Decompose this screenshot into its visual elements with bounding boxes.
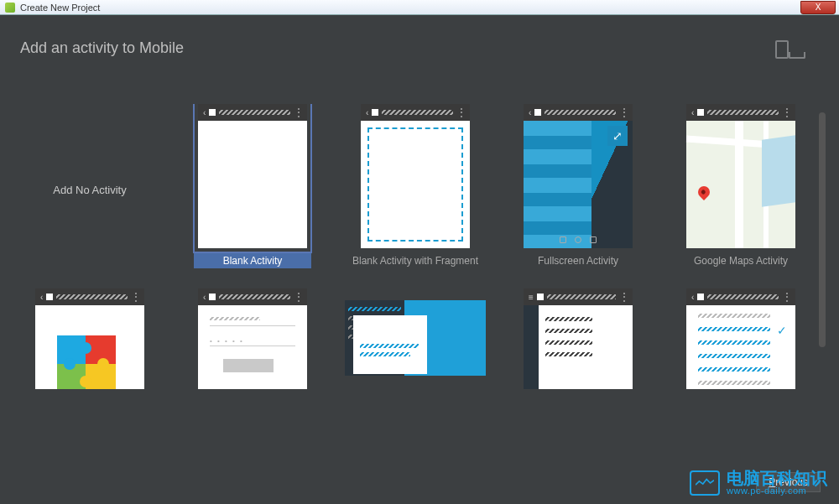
activity-master-detail[interactable] (340, 288, 491, 389)
form-factor-icon (774, 37, 810, 59)
activity-google-maps[interactable]: ‹⋮ Google Maps Activity (665, 104, 809, 272)
activity-grid: Add No Activity ‹⋮ Blank Activity ‹⋮ Bla… (22, 104, 809, 465)
activity-play-services[interactable]: ‹⋮ (22, 288, 165, 389)
svg-point-7 (64, 358, 76, 370)
window-title: Create New Project (20, 3, 100, 13)
watermark: 电脑百科知识 www.pc-daily.com (683, 466, 834, 499)
puzzle-icon (57, 335, 116, 389)
activity-blank-fragment[interactable]: ‹⋮ Blank Activity with Fragment (340, 104, 491, 272)
activity-login[interactable]: ‹⋮ • • • • • (177, 288, 328, 389)
activity-navigation-drawer[interactable]: ≡⋮ (503, 288, 654, 389)
dialog-body: Add an activity to Mobile Add No Activit… (0, 15, 839, 504)
svg-point-6 (80, 376, 91, 387)
window-titlebar: Create New Project X (0, 0, 839, 15)
activity-fullscreen[interactable]: ‹⋮ ⤢ Fullscreen Activity (503, 104, 654, 272)
svg-point-4 (80, 342, 91, 354)
expand-icon: ⤢ (607, 126, 628, 146)
svg-point-5 (97, 358, 109, 370)
scrollbar[interactable] (819, 112, 826, 347)
dialog-header: Add an activity to Mobile (5, 20, 834, 65)
page-title: Add an activity to Mobile (20, 39, 774, 57)
app-icon (5, 3, 15, 13)
watermark-icon (690, 470, 720, 496)
activity-none[interactable]: Add No Activity (22, 104, 165, 272)
close-button[interactable]: X (800, 1, 836, 14)
activity-blank[interactable]: ‹⋮ Blank Activity (177, 104, 328, 272)
activity-settings[interactable]: ‹⋮ ✓ (665, 288, 809, 389)
